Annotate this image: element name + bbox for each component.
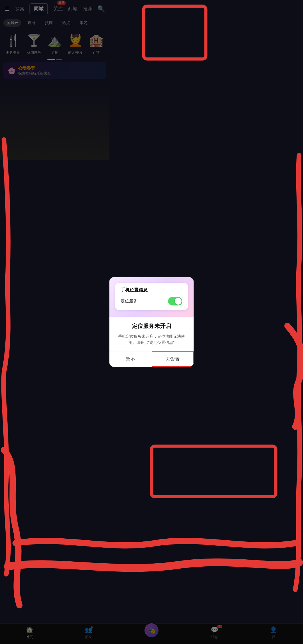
overlay: 手机位置信息 定位服务 定位服务未开启 手机定位服务未开启，定位功能无法使用。请…	[0, 0, 109, 233]
